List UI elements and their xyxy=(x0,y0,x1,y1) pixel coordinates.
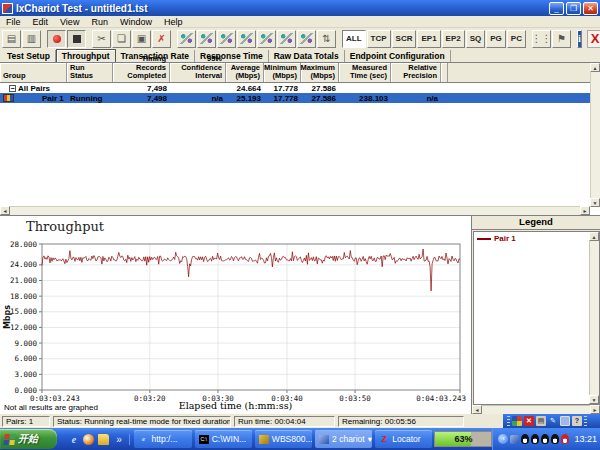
filter-button-scr[interactable]: SCR xyxy=(392,30,417,48)
paste-button[interactable]: ▣ xyxy=(132,30,151,48)
locator-icon: Z xyxy=(379,435,389,444)
menu-file[interactable]: File xyxy=(0,17,27,27)
scroll-left-icon[interactable]: ◄ xyxy=(0,206,10,215)
menu-help[interactable]: Help xyxy=(158,17,189,27)
scroll-down-icon[interactable]: ▼ xyxy=(590,198,600,207)
tab-throughput[interactable]: Throughput xyxy=(56,49,116,63)
close-tool-icon[interactable]: ✕ xyxy=(524,416,534,426)
svg-text:6.000: 6.000 xyxy=(14,354,37,363)
edit-pair-button[interactable] xyxy=(237,30,256,48)
pair-nodes-icon xyxy=(180,33,193,44)
qq-tray-icon[interactable] xyxy=(531,434,539,444)
columns-button[interactable]: ⋮⋮ xyxy=(532,30,551,48)
pair-nodes-icon xyxy=(220,33,233,44)
qq-tray-icon[interactable] xyxy=(551,434,559,444)
menu-view[interactable]: View xyxy=(54,17,85,27)
scroll-left-icon[interactable]: ◄ xyxy=(472,405,482,414)
qq-busy-tray-icon[interactable] xyxy=(561,434,569,444)
menu-window[interactable]: Window xyxy=(114,17,158,27)
connect-pair-button[interactable] xyxy=(277,30,296,48)
taskbar-button-locator[interactable]: ZLocator xyxy=(375,430,432,448)
pencil-icon[interactable]: ✎ xyxy=(548,416,558,426)
scroll-right-icon[interactable]: ► xyxy=(580,206,590,215)
svg-text:9.000: 9.000 xyxy=(14,339,37,348)
desktop-grid-icon[interactable] xyxy=(512,416,522,426)
info-button[interactable]: i xyxy=(577,30,582,48)
help-icon[interactable]: ? xyxy=(572,416,582,426)
scroll-down-icon[interactable]: ▼ xyxy=(589,395,599,404)
window-title: IxChariot Test - untitled1.tst xyxy=(16,3,547,14)
column-header: Relative Precision xyxy=(391,63,441,82)
table-row[interactable]: Pair 1Running7,498n/a25.19317.77827.5862… xyxy=(0,93,600,103)
app-quicklaunch-icon[interactable] xyxy=(83,434,94,445)
table-vertical-scrollbar[interactable]: ▲ ▼ xyxy=(590,63,600,207)
maximize-button[interactable]: ❐ xyxy=(566,2,581,15)
legend-item[interactable]: Pair 1 xyxy=(474,232,599,245)
taskbar-button-cmd[interactable]: C:\C:\WIN... xyxy=(195,430,252,448)
pair-label: Pair 1 xyxy=(16,94,64,103)
endpoint-pair-button[interactable] xyxy=(297,30,316,48)
ie-quicklaunch-icon[interactable]: e xyxy=(68,434,79,445)
add-pair-button[interactable] xyxy=(177,30,196,48)
run-test-button[interactable] xyxy=(47,30,66,48)
chart-title: Throughput xyxy=(26,219,104,234)
add-multicast-group-button[interactable] xyxy=(197,30,216,48)
tab-raw-data-totals[interactable]: Raw Data Totals xyxy=(269,50,345,62)
scroll-up-icon[interactable]: ▲ xyxy=(590,63,600,72)
table-row[interactable]: −All Pairs7,49824.66417.77827.586 xyxy=(0,83,600,93)
filter-button-all[interactable]: ALL xyxy=(342,30,366,48)
toolbar-handle[interactable] xyxy=(584,416,587,426)
remaining-time-field: Remaining: 00:05:56 xyxy=(338,416,464,427)
report-button[interactable]: ⚑ xyxy=(552,30,571,48)
more-icons-chevron[interactable]: » xyxy=(113,434,124,445)
start-button[interactable]: 开始 xyxy=(0,429,57,449)
collapse-icon[interactable]: − xyxy=(9,85,16,92)
stop-test-button[interactable] xyxy=(67,30,86,48)
printer-icon[interactable]: ▤ xyxy=(536,416,546,426)
battery-meter[interactable]: 63% xyxy=(434,431,492,447)
filter-button-sq[interactable]: SQ xyxy=(466,30,486,48)
qq-tray-icon[interactable] xyxy=(541,434,549,444)
filter-button-ep2[interactable]: EP2 xyxy=(442,30,465,48)
taskbar-button-chariot[interactable]: 2 chariot▾ xyxy=(315,430,372,448)
cut-button[interactable]: ✂ xyxy=(92,30,111,48)
table-cell: 25.193 xyxy=(226,94,264,103)
legend-vertical-scrollbar[interactable]: ▲ ▼ xyxy=(589,232,599,404)
add-hardware-pair-button[interactable] xyxy=(217,30,236,48)
minimize-button[interactable]: _ xyxy=(549,2,564,15)
taskbar-button-app[interactable]: WBS800... xyxy=(255,430,312,448)
legend-horizontal-scrollbar[interactable]: ◄ ► xyxy=(472,405,600,414)
tab-test-setup[interactable]: Test Setup xyxy=(2,50,56,62)
tab-endpoint-configuration[interactable]: Endpoint Configuration xyxy=(345,50,451,62)
close-button[interactable]: ✕ xyxy=(583,2,598,15)
save-button[interactable]: ▤ xyxy=(2,30,21,48)
tray-app-icon[interactable] xyxy=(510,435,519,444)
scroll-up-icon[interactable]: ▲ xyxy=(589,232,599,241)
table-horizontal-scrollbar[interactable]: ◄ ► xyxy=(0,206,590,215)
menu-edit[interactable]: Edit xyxy=(27,17,55,27)
legend-line-swatch xyxy=(477,238,491,240)
pair-nodes-icon xyxy=(240,33,253,44)
replicate-pair-button[interactable] xyxy=(257,30,276,48)
delete-button[interactable]: ✗ xyxy=(152,30,171,48)
scroll-right-icon[interactable]: ► xyxy=(590,405,600,414)
menu-run[interactable]: Run xyxy=(85,17,114,27)
throughput-chart-panel: Throughput 0.0003.0006.0009.00012.00015.… xyxy=(0,215,471,414)
filter-button-tcp[interactable]: TCP xyxy=(367,30,391,48)
table-header-row: GroupRun StatusTiming Records Completed9… xyxy=(0,63,600,83)
task-buttons: ehttp:/...C:\C:\WIN...WBS800...2 chariot… xyxy=(134,430,432,448)
taskbar-button-ie[interactable]: ehttp:/... xyxy=(134,430,191,448)
legend-label: Pair 1 xyxy=(494,234,516,243)
monitor-icon[interactable] xyxy=(560,416,570,426)
record-icon xyxy=(53,35,61,43)
tray-collapse-icon[interactable]: ‹ xyxy=(498,434,508,444)
swap-endpoints-button[interactable]: ⇅ xyxy=(317,30,336,48)
copy-button[interactable]: ❏ xyxy=(112,30,131,48)
filter-button-ep1[interactable]: EP1 xyxy=(417,30,440,48)
filter-button-pc[interactable]: PC xyxy=(507,30,526,48)
toolbar-handle[interactable] xyxy=(507,416,510,426)
qq-tray-icon[interactable] xyxy=(521,434,529,444)
filter-button-pg[interactable]: PG xyxy=(486,30,506,48)
folder-quicklaunch-icon[interactable] xyxy=(98,434,109,445)
print-button[interactable]: ▥ xyxy=(22,30,41,48)
